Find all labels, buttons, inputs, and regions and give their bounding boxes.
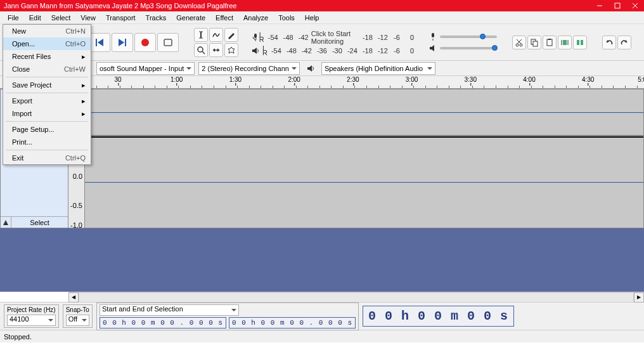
maximize-button[interactable] (609, 0, 626, 11)
svg-line-30 (517, 39, 522, 44)
svg-marker-10 (119, 39, 124, 46)
mic-icon (428, 32, 437, 41)
snap-to-label: Snap-To (66, 306, 89, 313)
file-menu-save-project[interactable]: Save Project▸ (3, 79, 91, 91)
menu-bar: FileEditSelectViewTransportTracksGenerat… (0, 11, 644, 24)
file-menu-new[interactable]: NewCtrl+N (3, 25, 91, 37)
menu-view[interactable]: View (75, 13, 101, 23)
svg-rect-39 (577, 40, 579, 45)
cut-button[interactable] (512, 36, 526, 49)
menu-tools[interactable]: Tools (273, 13, 300, 23)
svg-rect-22 (254, 34, 257, 38)
timeline-mark: 3:30 (465, 76, 477, 83)
svg-rect-11 (125, 39, 126, 46)
playback-volume-slider[interactable] (428, 44, 497, 53)
zoom-tool[interactable] (194, 43, 208, 57)
svg-rect-36 (563, 40, 567, 45)
file-menu-recent-files[interactable]: Recent Files▸ (3, 50, 91, 63)
file-menu-export[interactable]: Export▸ (3, 94, 91, 107)
menu-edit[interactable]: Edit (24, 13, 46, 23)
start-monitoring-link[interactable]: Click to Start Monitoring (311, 30, 357, 45)
recording-channels-select[interactable]: 2 (Stereo) Recording Chann (198, 62, 300, 75)
svg-point-29 (520, 44, 522, 46)
file-menu-dropdown: NewCtrl+NOpen...Ctrl+ORecent Files▸Close… (3, 24, 91, 165)
track-area: 32-bit float Select -0.5-1.01.00.50.0-0.… (0, 89, 644, 228)
loop-button[interactable] (157, 33, 179, 52)
timeline-mark: 30 (114, 76, 121, 83)
redo-button[interactable] (617, 36, 631, 49)
snap-to-select[interactable]: Off (66, 315, 89, 326)
file-menu-import[interactable]: Import▸ (3, 107, 91, 120)
timeline-ruler[interactable]: 301:001:302:002:303:003:304:004:305:00 (84, 76, 644, 89)
menu-analyze[interactable]: Analyze (238, 13, 273, 23)
speaker-icon (304, 62, 318, 75)
timeline-mark: 1:30 (229, 76, 242, 83)
device-toolbar: osoft Sound Mapper - Input 2 (Stereo) Re… (0, 61, 644, 76)
status-bar: Stopped. (0, 330, 644, 342)
svg-point-12 (141, 39, 149, 46)
skip-start-button[interactable] (89, 33, 110, 52)
undo-button[interactable] (602, 36, 616, 49)
timeline-mark: 1:00 (171, 76, 183, 83)
selection-tool[interactable] (194, 28, 208, 42)
file-menu-close[interactable]: CloseCtrl+W (3, 63, 91, 75)
minimize-button[interactable] (591, 0, 609, 11)
svg-rect-33 (533, 41, 538, 46)
play-meter-channels: LR (262, 46, 267, 55)
selection-mode-select[interactable]: Start and End of Selection (100, 304, 239, 316)
menu-tracks[interactable]: Tracks (141, 13, 172, 23)
selection-start-timecode[interactable]: 0 0 h 0 0 m 0 0 . 0 0 0 s (100, 317, 226, 329)
project-rate-box: Project Rate (Hz) 44100 (4, 304, 59, 328)
draw-tool[interactable] (224, 28, 238, 42)
svg-rect-40 (581, 40, 583, 45)
timeline-mark: 4:30 (582, 76, 594, 83)
menu-generate[interactable]: Generate (171, 13, 210, 23)
menu-effect[interactable]: Effect (210, 13, 238, 23)
file-menu-print-[interactable]: Print... (3, 136, 91, 148)
file-menu-page-setup-[interactable]: Page Setup... (3, 123, 91, 136)
record-button[interactable] (134, 33, 156, 52)
skip-end-button[interactable] (112, 33, 133, 52)
speaker-icon (251, 46, 260, 55)
timeshift-tool[interactable] (209, 43, 223, 57)
rec-meter-channels: LR (259, 33, 264, 42)
record-volume-slider[interactable] (428, 32, 497, 41)
menu-select[interactable]: Select (46, 13, 76, 23)
audio-position-timecode[interactable]: 0 0 h 0 0 m 0 0 s (363, 306, 514, 327)
horizontal-scrollbar[interactable]: ◀ ▶ (68, 292, 644, 302)
paste-button[interactable] (543, 36, 557, 49)
undo-group (600, 36, 634, 49)
menu-transport[interactable]: Transport (101, 13, 141, 23)
audio-host-select[interactable]: osoft Sound Mapper - Input (96, 62, 195, 75)
svg-rect-25 (432, 33, 434, 37)
timeline-mark: 3:00 (406, 76, 418, 83)
waveform-canvas[interactable] (84, 89, 644, 228)
menu-help[interactable]: Help (300, 13, 325, 23)
status-text: Stopped. (4, 333, 32, 341)
close-button[interactable] (626, 0, 644, 11)
silence-button[interactable] (573, 36, 587, 49)
copy-button[interactable] (527, 36, 541, 49)
file-menu-open-[interactable]: Open...Ctrl+O (3, 37, 91, 50)
track-select-button[interactable]: Select (11, 217, 68, 228)
svg-point-17 (198, 47, 203, 52)
multi-tool[interactable] (224, 43, 238, 57)
menu-file[interactable]: File (3, 13, 24, 23)
selection-toolbar: Project Rate (Hz) 44100 Snap-To Off Star… (0, 302, 644, 330)
svg-rect-35 (548, 39, 551, 40)
track-collapse-icon[interactable] (1, 220, 11, 225)
svg-point-28 (516, 44, 518, 46)
mic-icon (251, 33, 257, 42)
envelope-tool[interactable] (209, 28, 223, 42)
transport-group-2 (86, 33, 181, 52)
speaker-icon (428, 44, 437, 53)
project-rate-select[interactable]: 44100 (7, 315, 56, 326)
playback-device-select[interactable]: Speakers (High Definition Audio (321, 62, 435, 75)
trim-button[interactable] (558, 36, 572, 49)
svg-rect-13 (164, 39, 172, 46)
svg-marker-20 (213, 48, 215, 52)
selection-end-timecode[interactable]: 0 0 h 0 0 m 0 0 . 0 0 0 s (229, 317, 356, 329)
scroll-left-button[interactable]: ◀ (68, 292, 79, 303)
scroll-right-button[interactable]: ▶ (634, 292, 644, 303)
file-menu-exit[interactable]: ExitCtrl+Q (3, 152, 91, 164)
